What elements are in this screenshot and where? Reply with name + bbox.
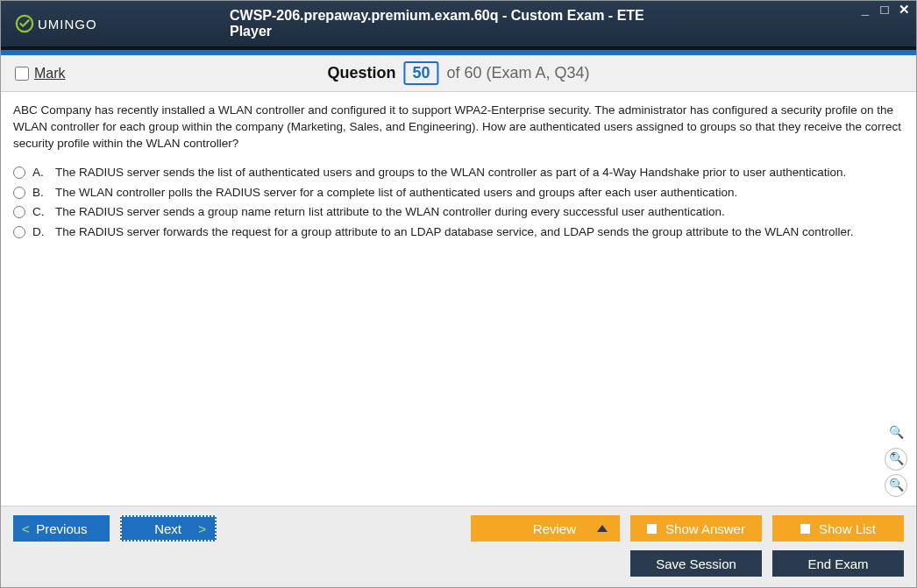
option-list: A. The RADIUS server sends the list of a… <box>13 165 904 242</box>
question-word: Question <box>327 64 395 81</box>
option-letter: A. <box>32 165 48 181</box>
minimize-icon[interactable]: _ <box>858 3 872 16</box>
show-answer-label: Show Answer <box>665 521 745 536</box>
checkmark-icon <box>15 14 34 33</box>
question-indicator: Question 50 of 60 (Exam A, Q34) <box>327 61 589 85</box>
window-controls: _ □ ✕ <box>858 3 911 16</box>
option-letter: C. <box>32 204 48 221</box>
close-icon[interactable]: ✕ <box>897 3 911 16</box>
chevron-left-icon: < <box>22 521 30 536</box>
zoom-controls: 🔍 🔍+ 🔍- <box>885 422 907 497</box>
option-text: The RADIUS server sends the list of auth… <box>55 165 846 181</box>
mark-checkbox[interactable] <box>15 67 29 81</box>
option-letter: B. <box>32 185 48 202</box>
square-icon <box>800 524 810 534</box>
option-row[interactable]: D. The RADIUS server forwards the reques… <box>13 224 904 241</box>
app-logo: UMINGO <box>15 14 97 33</box>
question-of: of 60 (Exam A, Q34) <box>447 64 590 81</box>
zoom-in-icon[interactable]: 🔍+ <box>885 448 907 471</box>
option-radio[interactable] <box>13 226 25 238</box>
footer-row-1: < Previous Next > Review Show Answer Sho… <box>13 515 904 542</box>
show-answer-button[interactable]: Show Answer <box>630 515 762 542</box>
question-text: ABC Company has recently installed a WLA… <box>13 103 904 152</box>
end-exam-button[interactable]: End Exam <box>772 550 904 577</box>
title-bar: UMINGO CWSP-206.prepaway.premium.exam.60… <box>1 1 916 50</box>
mark-wrap: Mark <box>15 66 66 81</box>
question-header: Mark Question 50 of 60 (Exam A, Q34) <box>1 55 916 92</box>
footer: < Previous Next > Review Show Answer Sho… <box>1 506 916 587</box>
logo-text: UMINGO <box>38 17 97 32</box>
option-radio[interactable] <box>13 187 25 199</box>
option-row[interactable]: A. The RADIUS server sends the list of a… <box>13 165 904 181</box>
footer-row-2: Save Session End Exam <box>13 550 904 577</box>
review-button[interactable]: Review <box>471 515 620 542</box>
previous-label: Previous <box>36 521 87 536</box>
option-row[interactable]: B. The WLAN controller polls the RADIUS … <box>13 185 904 202</box>
next-label: Next <box>154 521 181 536</box>
option-text: The RADIUS server sends a group name ret… <box>55 204 725 221</box>
next-button[interactable]: Next > <box>120 515 217 542</box>
option-radio[interactable] <box>13 166 25 179</box>
show-list-label: Show List <box>819 521 876 536</box>
mark-label[interactable]: Mark <box>34 66 66 81</box>
previous-button[interactable]: < Previous <box>13 515 110 542</box>
option-letter: D. <box>32 224 48 241</box>
search-icon: 🔍 <box>885 422 907 444</box>
window-title: CWSP-206.prepaway.premium.exam.60q - Cus… <box>230 8 687 39</box>
option-radio[interactable] <box>13 206 25 218</box>
chevron-right-icon: > <box>198 521 206 536</box>
save-session-button[interactable]: Save Session <box>630 550 762 577</box>
option-text: The RADIUS server forwards the request f… <box>55 224 854 241</box>
square-icon <box>647 524 657 534</box>
maximize-icon[interactable]: □ <box>878 3 892 16</box>
question-body: ABC Company has recently installed a WLA… <box>1 92 916 506</box>
option-text: The WLAN controller polls the RADIUS ser… <box>55 185 737 202</box>
zoom-out-icon[interactable]: 🔍- <box>885 474 907 497</box>
review-label: Review <box>533 521 576 536</box>
show-list-button[interactable]: Show List <box>772 515 904 542</box>
option-row[interactable]: C. The RADIUS server sends a group name … <box>13 204 904 221</box>
triangle-up-icon <box>597 525 608 532</box>
question-number: 50 <box>403 61 438 85</box>
